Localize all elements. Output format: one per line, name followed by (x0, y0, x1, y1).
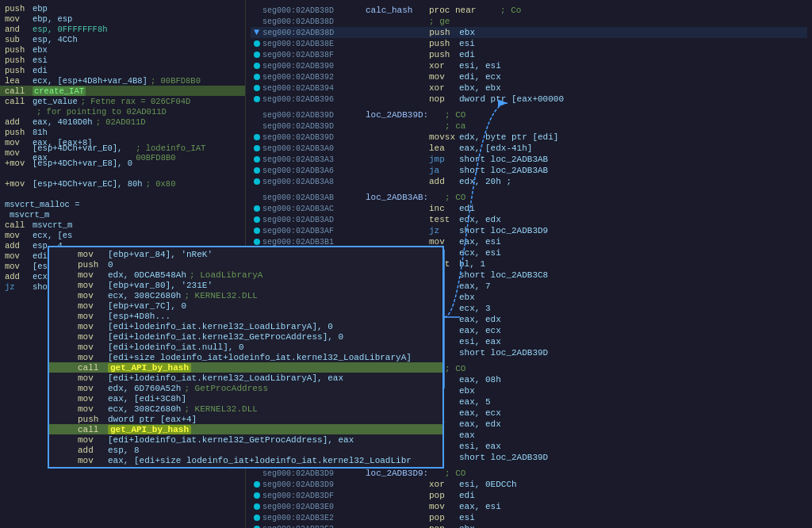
addr-mov-eax-esi: seg000:02ADB3B1 (262, 238, 366, 247)
mnemonic-and: and (5, 25, 33, 34)
dot-jmp-3ab (254, 156, 260, 163)
popup-line-mov-lodeinfo-loadlib: mov [edi+size lodeinfo_iat+lodeinfo_iat.… (49, 352, 442, 362)
op-push-ebx: ebx (459, 28, 475, 37)
operand-create-iat[interactable]: create_IAT (33, 86, 86, 96)
popup-line-mov-eax-3c8: mov eax, [edi+3C8h] (49, 393, 442, 404)
mnemonic-add: add (5, 117, 33, 127)
right-line-jmp-3ab: seg000:02ADB3A3 jmp short loc_2ADB3AB (251, 154, 807, 165)
op-xor-esi-edcc: esi, 0EDCCh (459, 480, 517, 489)
pc-getprocaddr: ; GetProcAddress (184, 384, 268, 393)
popup-overlay: mov [ebp+var_84], 'nReK' push 0 mov edx,… (48, 246, 444, 469)
cmt-loc1-co: ; CO (445, 110, 465, 120)
right-line-xor-esi-edcc: seg000:02ADB3D9 xor esi, 0EDCCh (251, 479, 807, 490)
cmt-loc1-ca: ; ca (445, 121, 465, 131)
operand-var-e8: [esp+4DCh+var_E8], 0 (33, 159, 132, 168)
op-shl-eax-7: eax, 7 (459, 281, 491, 291)
dot-mov-edi-ecx (254, 74, 260, 80)
operand-81h: 81h (33, 128, 48, 137)
op-xor-eax-ecx2: eax, ecx (459, 408, 501, 418)
mnemonic-push: push (5, 4, 33, 13)
addr-nop: seg000:02ADB396 (262, 95, 366, 104)
pm-mov-loadliba-0: mov (78, 322, 108, 331)
popup-line-mov-getprocaddr52: mov edx, 6D760A52h ; GetProcAddress (49, 383, 442, 393)
operand-edi: edi (33, 66, 48, 75)
right-line-test-edx: seg000:02ADB3AD test edx, edx (251, 214, 807, 225)
dot-nop (254, 96, 260, 102)
mn-jz-3d9: jz (429, 226, 459, 235)
po-mov-getprocaddr-0: [edi+lodeinfo_iat.kernel32_GetProcAddres… (108, 332, 343, 342)
op-inc-ebx: ebx (459, 293, 475, 302)
code-line-mov-ebp-esp: mov ebp, esp (0, 13, 245, 24)
addr-push-edi: seg000:02ADB38F (262, 51, 366, 59)
po-mov-kernel32: ecx, 308C2680h (108, 291, 181, 300)
po-add-esp-8: esp, 8 (108, 446, 140, 455)
addr-xor-ebx: seg000:02ADB394 (262, 84, 366, 93)
op-nop: dword ptr [eax+00000 (459, 94, 564, 104)
mn-xor-ebx: xor (429, 83, 459, 93)
po-mov-var7c: [ebp+var_7C], 0 (108, 301, 186, 311)
popup-line-mov-eax-lodeinfo: mov eax, [edi+size lodeinfo_iat+lodeinfo… (49, 455, 442, 465)
mnemonic-mov-ecx: mov (5, 231, 33, 240)
code-line-mov-var-e0: mov [esp+4DCh+var_E0], eax ; lodeinfo_IA… (0, 147, 245, 158)
code-line-msvcrtm1: msvcrt_m (0, 209, 245, 220)
comment-lea: ; 00BFD8B0 (151, 76, 201, 86)
popup-line-add-esp-8: add esp, 8 (49, 445, 442, 455)
popup-line-mov-getprocaddr-0: mov [edi+lodeinfo_iat.kernel32_GetProcAd… (49, 331, 442, 342)
popup-line-mov-nrek: mov [ebp+var_84], 'nReK' (49, 249, 442, 259)
right-line-loc3ab: seg000:02ADB3AB loc_2ADB3AB: ; CO (251, 192, 807, 203)
right-line-inc-edi: seg000:02ADB3AC inc edi (251, 203, 807, 214)
op-lea-eax: eax, [edx-41h] (459, 143, 532, 153)
mnemonic-mov-esp4d8: mov (5, 262, 33, 271)
po-mov-nrek: [ebp+var_84], 'nReK' (108, 250, 213, 259)
mnemonic-mov-edi: mov (5, 251, 33, 261)
po-get-api-hash1[interactable]: get_API_by_hash (108, 363, 191, 373)
operand-get-value: get_value (33, 97, 78, 106)
op-jmp-39d2: short loc_2ADB39D (459, 453, 548, 462)
popup-line-mov-getprocaddr-eax: mov [edi+lodeinfo_iat.kernel32_GetProcAd… (49, 434, 442, 445)
op-push-esi: esi (459, 39, 475, 48)
addr-loc1: seg000:02ADB39D (262, 111, 366, 120)
mnemonic-pmov-e8: +mov (5, 159, 33, 168)
op-xor-eax-edx: eax, edx (459, 315, 501, 324)
chevron-down-icon: ▼ (254, 27, 259, 38)
mn-nop: nop (429, 94, 459, 104)
op-push-edi: edi (459, 50, 475, 59)
mn-xor-esi: xor (429, 61, 459, 71)
mn-test-edx: test (429, 215, 459, 224)
op-mov-eax-edx: eax, edx (459, 419, 501, 429)
right-line-xor-esi: seg000:02ADB390 xor esi, esi (251, 60, 807, 71)
dot-mov-eax-esi2 (254, 503, 260, 510)
addr-xor-esi: seg000:02ADB390 (262, 62, 366, 71)
po-get-api-hash2[interactable]: get_API_by_hash (108, 425, 191, 434)
op-pop-edi: edi (459, 491, 475, 500)
mn-pop-esi: pop (429, 513, 459, 522)
dot-test-edx (254, 216, 260, 223)
code-line-push-ebx: push ebx (0, 44, 245, 55)
dot-loc1 (254, 112, 260, 118)
op-test-bl: bl, 1 (459, 259, 485, 269)
dot-xor-esi-edcc (254, 481, 260, 488)
op-mov-edi-ecx: edi, ecx (459, 72, 501, 82)
pm-add-esp-8: add (78, 446, 108, 455)
right-line-movsx: seg000:02ADB39D movsx edx, byte ptr [edi… (251, 132, 807, 143)
operand-ebp-esp: ebp, esp (33, 14, 72, 24)
popup-line-mov-esp4d8: mov [esp+4D8h... (49, 311, 442, 321)
pm-mov-esp4d8: mov (78, 312, 108, 321)
dot-loc3d9 (254, 470, 260, 476)
addr-test-edx: seg000:02ADB3AD (262, 216, 366, 224)
code-line-add: add eax, 4010D0h ; 02AD011D (0, 117, 245, 127)
pm-mov-eax-lodeinfo: mov (78, 456, 108, 465)
op-inc-edi: edi (459, 204, 475, 213)
code-line-call-msvcrt: call msvcrt_m (0, 220, 245, 230)
label-calc-hash-proc: calc_hash (366, 6, 429, 15)
right-line-collapse[interactable]: ▼ seg000:02ADB38D push ebx (251, 27, 807, 38)
right-line-loc3d9: seg000:02ADB3D9 loc_2ADB3D9: ; CO (251, 468, 807, 479)
op-jmp-3ab: short loc_2ADB3AB (459, 155, 548, 164)
pm-mov-nrek: mov (78, 250, 108, 259)
popup-line-call-get-api2: call get_API_by_hash (49, 424, 442, 434)
popup-line-mov-var7c: mov [ebp+var_7C], 0 (49, 300, 442, 311)
pm-mov-231e: mov (78, 281, 108, 290)
mnemonic-call-get: call (5, 97, 33, 106)
op-add-edx: edx, 20h ; (459, 177, 511, 186)
code-line-mov-ecx-es: mov ecx, [es (0, 230, 245, 240)
